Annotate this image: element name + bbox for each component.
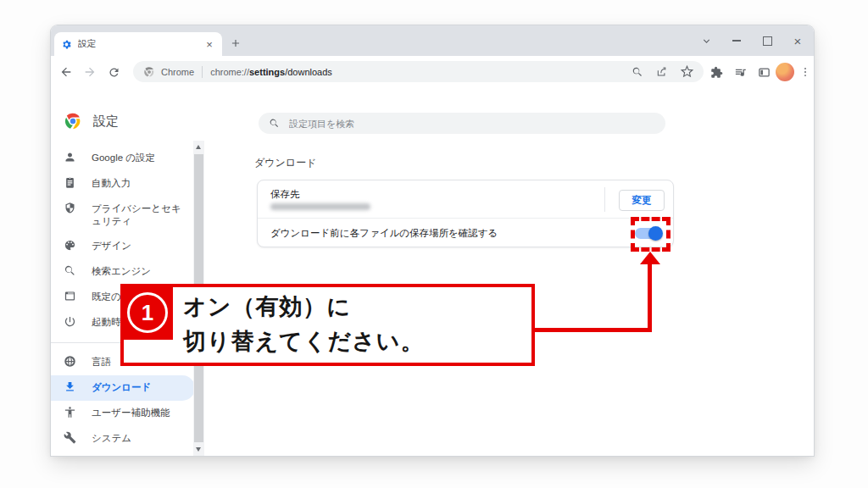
palette-icon bbox=[64, 239, 77, 252]
address-bar[interactable]: Chrome chrome://settings/downloads bbox=[133, 61, 704, 82]
zoom-icon[interactable] bbox=[632, 66, 643, 78]
scroll-up-icon[interactable] bbox=[196, 145, 201, 149]
settings-page: 設定 Google の設定 自動入力 bbox=[51, 88, 814, 456]
scroll-down-icon[interactable] bbox=[196, 447, 201, 452]
media-list-icon[interactable] bbox=[730, 62, 750, 82]
sidebar-item-palette[interactable]: デザイン bbox=[51, 234, 195, 259]
chrome-logo-icon bbox=[64, 112, 82, 130]
extensions-puzzle-icon[interactable] bbox=[706, 62, 726, 82]
browser-toolbar: Chrome chrome://settings/downloads bbox=[51, 56, 814, 89]
window-maximize-button[interactable] bbox=[758, 33, 776, 48]
back-icon[interactable] bbox=[56, 62, 76, 82]
chrome-logo-icon bbox=[143, 66, 155, 78]
search-icon bbox=[64, 264, 77, 278]
annotation-arrow-vertical-line bbox=[648, 263, 652, 331]
browser-menu-dots-icon[interactable] bbox=[795, 62, 815, 82]
sidebar-item-clipboard[interactable]: 自動入力 bbox=[51, 171, 195, 197]
download-icon bbox=[64, 380, 77, 394]
browser-icon bbox=[64, 290, 77, 303]
save-location-value-blurred bbox=[270, 203, 370, 210]
ask-where-to-save-label: ダウンロード前に各ファイルの保存場所を確認する bbox=[270, 227, 498, 240]
sidebar-item-download[interactable]: ダウンロード bbox=[51, 375, 195, 401]
settings-brand: 設定 bbox=[64, 112, 119, 130]
clipboard-icon bbox=[64, 176, 77, 190]
shield-icon bbox=[64, 202, 77, 215]
url-text: chrome://settings/downloads bbox=[210, 67, 332, 77]
bookmark-star-icon[interactable] bbox=[681, 65, 693, 78]
person-icon bbox=[64, 151, 77, 164]
search-icon bbox=[269, 118, 280, 129]
side-panel-icon[interactable] bbox=[754, 62, 774, 82]
sidebar-item-history[interactable]: リセットとクリーンアップ bbox=[51, 452, 195, 456]
annotation-line1: オン（有効）に bbox=[183, 290, 424, 324]
annotation-arrow-horizontal-line bbox=[534, 328, 652, 332]
tab-title: 設定 bbox=[78, 38, 198, 50]
annotation-line2: 切り替えてください。 bbox=[183, 324, 424, 359]
sidebar-item-search[interactable]: 検索エンジン bbox=[51, 259, 195, 285]
downloads-settings-card: 保存先 変更 ダウンロード前に各ファイルの保存場所を確認する bbox=[257, 180, 674, 247]
tab-strip: 設定 × × bbox=[51, 25, 814, 56]
row-divider bbox=[604, 187, 605, 212]
window-minimize-button[interactable] bbox=[727, 33, 746, 48]
gear-icon bbox=[61, 39, 72, 50]
sidebar-item-accessibility[interactable]: ユーザー補助機能 bbox=[51, 401, 195, 426]
settings-search-input[interactable] bbox=[287, 118, 655, 130]
save-location-label: 保存先 bbox=[270, 188, 300, 201]
settings-search[interactable] bbox=[259, 113, 665, 134]
forward-icon[interactable] bbox=[80, 62, 100, 82]
wrench-icon bbox=[64, 431, 77, 445]
annotation-text: オン（有効）に 切り替えてください。 bbox=[183, 290, 424, 359]
accessibility-icon bbox=[64, 406, 77, 419]
omnibox-divider bbox=[202, 66, 203, 78]
sidebar-item-wrench[interactable]: システム bbox=[51, 426, 195, 452]
tab-search-chevron-icon[interactable] bbox=[697, 33, 715, 48]
sidebar-item-shield[interactable]: プライバシーとセキュリティ bbox=[51, 197, 195, 234]
annotation-step-badge: 1 bbox=[122, 286, 173, 340]
globe-icon bbox=[64, 355, 77, 369]
browser-window: 設定 × × bbox=[51, 25, 814, 456]
save-location-row: 保存先 変更 bbox=[258, 180, 673, 218]
share-icon[interactable] bbox=[656, 66, 668, 78]
tab-close-icon[interactable]: × bbox=[203, 39, 215, 50]
tab-settings[interactable]: 設定 × bbox=[54, 32, 222, 56]
site-label: Chrome bbox=[161, 67, 194, 77]
window-close-button[interactable]: × bbox=[788, 33, 807, 48]
ask-where-to-save-row: ダウンロード前に各ファイルの保存場所を確認する bbox=[258, 219, 673, 247]
settings-title: 設定 bbox=[93, 114, 119, 130]
profile-avatar[interactable] bbox=[776, 63, 794, 81]
section-title: ダウンロード bbox=[254, 156, 316, 170]
sidebar-item-person[interactable]: Google の設定 bbox=[51, 146, 195, 171]
reload-icon[interactable] bbox=[103, 62, 124, 82]
power-icon bbox=[64, 315, 77, 329]
change-button[interactable]: 変更 bbox=[619, 190, 665, 211]
new-tab-button[interactable] bbox=[227, 35, 244, 52]
annotation-dashed-highlight-box bbox=[631, 217, 670, 252]
step-number: 1 bbox=[127, 292, 168, 333]
